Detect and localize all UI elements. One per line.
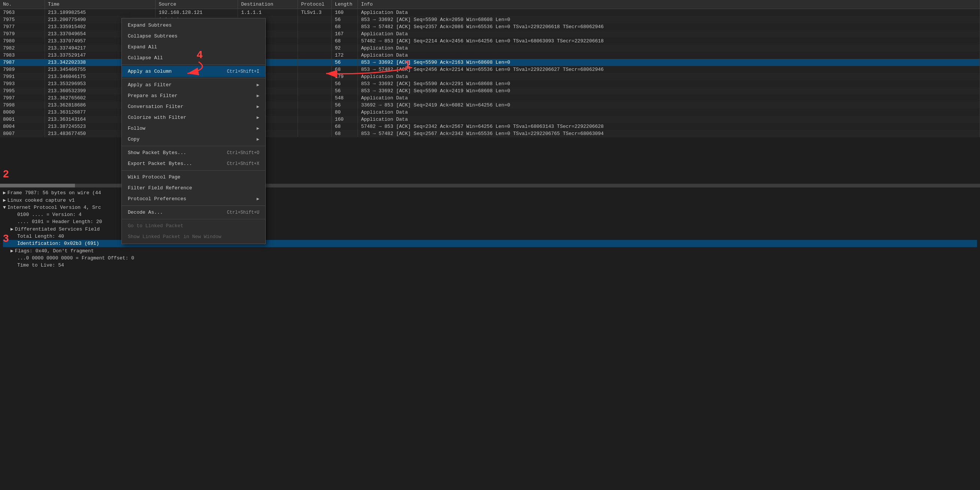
cell-len: 160 xyxy=(332,116,358,123)
menu-item-follow[interactable]: Follow▶ xyxy=(122,123,265,134)
menu-item-label: Collapse Subtrees xyxy=(128,33,178,39)
scrollbar-thumb[interactable] xyxy=(0,184,75,188)
cell-len: 56 xyxy=(332,88,358,94)
cell-len: 68 xyxy=(332,23,358,30)
menu-item-collapse-subtrees[interactable]: Collapse Subtrees xyxy=(122,31,265,41)
submenu-arrow: ▶ xyxy=(257,82,259,88)
cell-no: 7977 xyxy=(0,23,45,30)
menu-shortcut: Ctrl+Shift+I xyxy=(227,69,259,74)
cell-len: 56 xyxy=(332,80,358,88)
menu-item-label: Expand Subtrees xyxy=(128,22,172,28)
detail-line[interactable]: Time to Live: 54 xyxy=(3,262,977,269)
tree-arrow[interactable]: ▼ xyxy=(3,205,6,210)
cell-no: 7995 xyxy=(0,88,45,94)
menu-item-go-to-linked-packet: Go to Linked Packet xyxy=(122,220,265,231)
detail-text: Differentiated Services Field xyxy=(15,226,100,232)
menu-item-apply-as-filter[interactable]: Apply as Filter▶ xyxy=(122,80,265,90)
cell-len: 179 xyxy=(332,73,358,80)
tree-arrow[interactable]: ▶ xyxy=(3,190,6,196)
cell-proto xyxy=(298,80,332,88)
col-info: Info xyxy=(358,0,980,9)
tree-arrow[interactable]: ▶ xyxy=(11,226,13,232)
menu-item-decode-as[interactable]: Decode As...Ctrl+Shift+U xyxy=(122,207,265,218)
cell-no: 7982 xyxy=(0,45,45,52)
cell-info: Application Data xyxy=(358,116,980,123)
menu-item-protocol-preferences[interactable]: Protocol Preferences▶ xyxy=(122,193,265,204)
menu-item-label: Decode As... xyxy=(128,210,163,215)
menu-item-prepare-as-filter[interactable]: Prepare as Filter▶ xyxy=(122,90,265,101)
menu-item-label: Show Linked Packet in New Window xyxy=(128,234,221,240)
cell-no: 7991 xyxy=(0,73,45,80)
tree-arrow[interactable]: ▶ xyxy=(11,248,13,254)
menu-item-filter-field-reference[interactable]: Filter Field Reference xyxy=(122,183,265,193)
cell-info: 853 → 33692 [ACK] Seq=5590 Ack=2419 Win=… xyxy=(358,88,980,94)
cell-proto xyxy=(298,73,332,80)
menu-item-expand-all[interactable]: Expand All xyxy=(122,41,265,52)
detail-text: ...0 0000 0000 0000 = Fragment Offset: 0 xyxy=(17,255,134,261)
cell-info: Application Data xyxy=(358,9,980,16)
cell-proto xyxy=(298,109,332,116)
cell-len: 92 xyxy=(332,45,358,52)
cell-len: 68 xyxy=(332,66,358,73)
cell-proto xyxy=(298,38,332,45)
submenu-arrow: ▶ xyxy=(257,104,259,110)
menu-item-label: Wiki Protocol Page xyxy=(128,174,180,180)
menu-item-apply-as-column[interactable]: Apply as ColumnCtrl+Shift+I xyxy=(122,66,265,77)
cell-info: Application Data xyxy=(358,45,980,52)
cell-info: Application Data xyxy=(358,109,980,116)
cell-len: 167 xyxy=(332,30,358,38)
table-row[interactable]: 7963 213.189982545 192.168.128.121 1.1.1… xyxy=(0,9,980,16)
menu-item-label: Conversation Filter xyxy=(128,104,183,110)
menu-item-copy[interactable]: Copy▶ xyxy=(122,134,265,145)
menu-item-label: Protocol Preferences xyxy=(128,196,186,202)
cell-info: Application Data xyxy=(358,94,980,102)
cell-dst: 1.1.1.1 xyxy=(238,9,298,16)
detail-text: .... 0101 = Header Length: 20 xyxy=(17,219,102,224)
cell-info: 853 → 57482 [ACK] Seq=2357 Ack=2086 Win=… xyxy=(358,23,980,30)
menu-item-label: Go to Linked Packet xyxy=(128,223,183,229)
cell-no: 7987 xyxy=(0,59,45,66)
menu-separator xyxy=(122,64,265,65)
detail-text: Time to Live: 54 xyxy=(17,262,64,268)
menu-item-show-packet-bytes[interactable]: Show Packet Bytes...Ctrl+Shift+O xyxy=(122,147,265,158)
cell-info: 57482 → 853 [ACK] Seq=2342 Ack=2567 Win=… xyxy=(358,123,980,130)
menu-item-wiki-protocol-page[interactable]: Wiki Protocol Page xyxy=(122,172,265,183)
col-source: Source xyxy=(156,0,238,9)
cell-len: 68 xyxy=(332,38,358,45)
menu-item-expand-subtrees[interactable]: Expand Subtrees xyxy=(122,20,265,31)
menu-item-label: Filter Field Reference xyxy=(128,185,192,191)
cell-len: 68 xyxy=(332,130,358,137)
cell-proto xyxy=(298,130,332,137)
tree-arrow[interactable]: ▶ xyxy=(3,197,6,203)
menu-item-conversation-filter[interactable]: Conversation Filter▶ xyxy=(122,101,265,112)
col-time: Time xyxy=(45,0,156,9)
menu-item-label: Show Packet Bytes... xyxy=(128,150,186,156)
menu-separator xyxy=(122,170,265,170)
cell-info: 57482 → 853 [ACK] Seq=2214 Ack=2456 Win=… xyxy=(358,38,980,45)
col-protocol: Protocol xyxy=(298,0,332,9)
detail-line[interactable]: ▶Flags: 0x40, Don't fragment xyxy=(3,247,977,255)
menu-item-export-packet-bytes[interactable]: Export Packet Bytes...Ctrl+Shift+X xyxy=(122,158,265,169)
submenu-arrow: ▶ xyxy=(257,196,259,202)
cell-info: 853 → 57482 [ACK] Seq=2567 Ack=2342 Win=… xyxy=(358,130,980,137)
detail-text: Internet Protocol Version 4, Src xyxy=(8,205,101,210)
submenu-arrow: ▶ xyxy=(257,93,259,99)
menu-item-collapse-all[interactable]: Collapse All xyxy=(122,52,265,64)
cell-proto xyxy=(298,94,332,102)
cell-proto xyxy=(298,123,332,130)
cell-no: 7983 xyxy=(0,52,45,59)
cell-info: Application Data xyxy=(358,30,980,38)
menu-item-colorize-with-filter[interactable]: Colorize with Filter▶ xyxy=(122,112,265,123)
cell-len: 68 xyxy=(332,123,358,130)
menu-shortcut: Ctrl+Shift+U xyxy=(227,210,259,215)
cell-len: 548 xyxy=(332,94,358,102)
detail-text: Flags: 0x40, Don't fragment xyxy=(15,248,94,254)
cell-info: 853 → 57482 [ACK] Seq=2456 Ack=2214 Win=… xyxy=(358,66,980,73)
cell-no: 7993 xyxy=(0,80,45,88)
col-length: Length xyxy=(332,0,358,9)
cell-proto xyxy=(298,16,332,23)
menu-separator xyxy=(122,146,265,146)
detail-line[interactable]: ...0 0000 0000 0000 = Fragment Offset: 0 xyxy=(3,255,977,262)
menu-shortcut: Ctrl+Shift+O xyxy=(227,150,259,156)
cell-proto xyxy=(298,88,332,94)
